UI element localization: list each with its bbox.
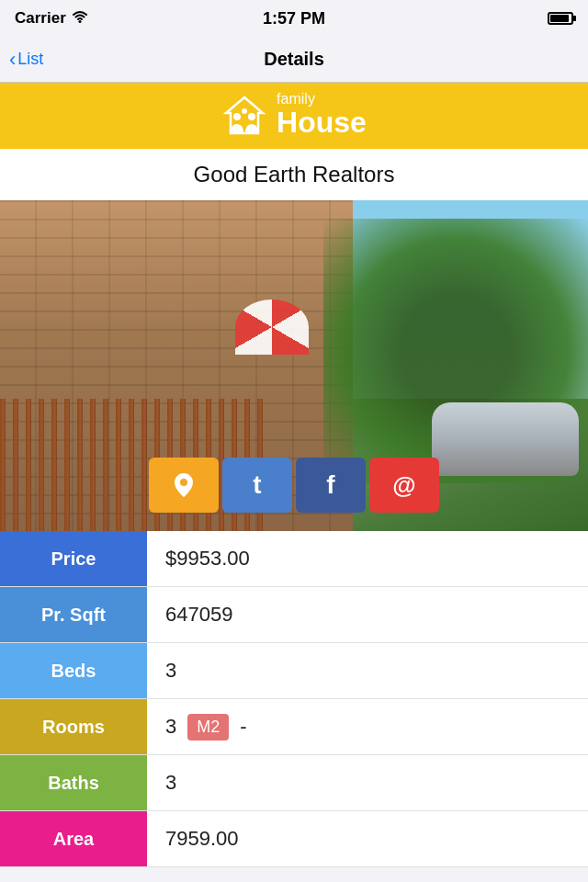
label-rooms: Rooms xyxy=(0,699,147,754)
brand-text: family House xyxy=(277,92,367,139)
location-button[interactable] xyxy=(149,458,219,513)
value-area: 7959.00 xyxy=(147,827,588,851)
label-area: Area xyxy=(0,811,147,866)
email-icon: @ xyxy=(392,471,415,500)
brand-family: family xyxy=(277,92,367,107)
brand-logo-icon xyxy=(221,93,267,139)
value-price: $9953.00 xyxy=(147,547,588,571)
details-table: Price$9953.00Pr. Sqft647059Beds3Rooms3M2… xyxy=(0,531,588,867)
nav-title: Details xyxy=(264,49,324,70)
value-rooms: 3M2 - xyxy=(147,714,588,741)
label-price: Price xyxy=(0,531,147,586)
svg-point-4 xyxy=(242,108,247,114)
email-button[interactable]: @ xyxy=(369,458,439,513)
label-beds: Beds xyxy=(0,643,147,698)
label-baths: Baths xyxy=(0,755,147,810)
back-button[interactable]: ‹ List xyxy=(9,48,43,72)
battery-icon xyxy=(548,12,573,25)
table-row: Price$9953.00 xyxy=(0,531,588,587)
svg-point-5 xyxy=(180,479,187,486)
m2-badge: M2 xyxy=(187,714,229,741)
table-row: Baths3 xyxy=(0,755,588,811)
status-time: 1:57 PM xyxy=(263,9,325,28)
car xyxy=(432,402,579,476)
svg-point-3 xyxy=(248,113,255,120)
tumblr-icon: t xyxy=(253,470,261,500)
carrier-label: Carrier xyxy=(15,9,66,28)
value-pr.-sqft: 647059 xyxy=(147,603,588,627)
value-beds: 3 xyxy=(147,659,588,683)
svg-point-2 xyxy=(233,113,241,120)
tumblr-button[interactable]: t xyxy=(222,458,292,513)
table-row: Beds3 xyxy=(0,643,588,699)
agency-name: Good Earth Realtors xyxy=(0,149,588,200)
facebook-button[interactable]: f xyxy=(296,458,366,513)
social-buttons: t f @ xyxy=(149,458,439,513)
carrier-info: Carrier xyxy=(15,9,88,28)
back-chevron-icon: ‹ xyxy=(9,48,16,72)
svg-point-0 xyxy=(78,20,81,23)
status-bar: Carrier 1:57 PM xyxy=(0,0,588,37)
table-row: Rooms3M2 - xyxy=(0,699,588,755)
table-row: Pr. Sqft647059 xyxy=(0,587,588,643)
umbrella xyxy=(235,300,309,355)
table-row: Area7959.00 xyxy=(0,811,588,867)
wifi-icon xyxy=(72,9,88,28)
label-pr.-sqft: Pr. Sqft xyxy=(0,587,147,642)
battery-fill xyxy=(550,15,569,22)
value-baths: 3 xyxy=(147,771,588,795)
back-label: List xyxy=(17,50,43,69)
brand-banner: family House xyxy=(0,83,588,149)
battery-area xyxy=(548,12,573,25)
facebook-icon: f xyxy=(326,470,334,500)
property-image: t f @ xyxy=(0,200,588,531)
nav-bar: ‹ List Details xyxy=(0,37,588,83)
brand-house: House xyxy=(277,107,367,139)
